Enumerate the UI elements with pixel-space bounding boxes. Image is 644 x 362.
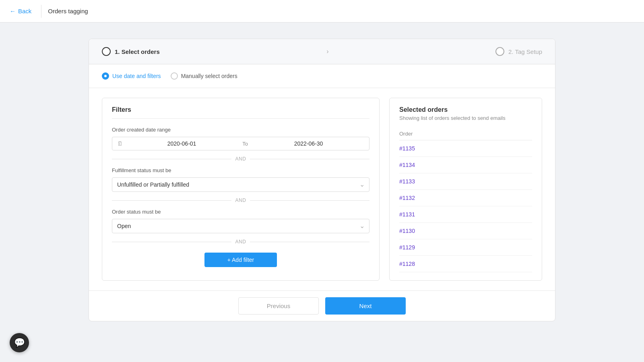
date-from-value: 2020-06-01 <box>126 140 237 147</box>
table-row: #1135 <box>399 140 532 157</box>
fulfillment-label: Fulfillment status must be <box>112 167 369 173</box>
step-header: 1. Select orders › 2. Tag Setup <box>89 39 555 64</box>
order-link[interactable]: #1128 <box>399 261 415 267</box>
step2-container: 2. Tag Setup <box>495 47 542 56</box>
order-link[interactable]: #1134 <box>399 162 415 168</box>
table-row: #1128 <box>399 256 532 272</box>
order-link[interactable]: #1133 <box>399 178 415 185</box>
and-line-2-left <box>112 200 231 201</box>
order-link[interactable]: #1130 <box>399 228 415 234</box>
date-to-value: 2022-06-30 <box>253 140 364 147</box>
chat-icon: 💬 <box>14 337 25 348</box>
next-button[interactable]: Next <box>325 297 406 315</box>
and-line-left <box>112 159 231 159</box>
page-title: Orders tagging <box>48 8 88 14</box>
orders-panel-title: Selected orders <box>399 106 532 113</box>
and-divider-3: AND <box>112 239 369 245</box>
and-line-3-right <box>250 242 369 242</box>
table-row: #1130 <box>399 223 532 239</box>
radio-date-filters-circle <box>102 72 109 80</box>
filters-panel: Filters Order created date range 🗓 2020-… <box>102 98 380 281</box>
order-link[interactable]: #1135 <box>399 145 415 152</box>
fulfillment-select[interactable]: Unfulfilled or Partially fulfilled Fulfi… <box>112 177 369 192</box>
order-status-group: Order status must be Open Closed Any <box>112 209 369 233</box>
calendar-icon: 🗓 <box>117 140 123 147</box>
main-content: 1. Select orders › 2. Tag Setup Use date… <box>0 23 644 362</box>
previous-button[interactable]: Previous <box>238 297 319 315</box>
table-row: #1131 <box>399 206 532 223</box>
fulfillment-group: Fulfillment status must be Unfulfilled o… <box>112 167 369 192</box>
radio-manual-select[interactable]: Manually select orders <box>171 72 237 80</box>
date-range-input[interactable]: 🗓 2020-06-01 To 2022-06-30 <box>112 137 369 150</box>
divider <box>41 5 41 18</box>
and-divider-1: AND <box>112 156 369 162</box>
step-arrow-icon: › <box>326 48 328 55</box>
table-row: #1133 <box>399 173 532 190</box>
and-line-2-right <box>250 200 369 201</box>
and-text-2: AND <box>235 197 246 203</box>
filters-title: Filters <box>112 106 369 119</box>
step2-circle <box>495 47 504 56</box>
radio-manual-label: Manually select orders <box>181 73 237 79</box>
back-label: Back <box>18 8 31 14</box>
step1-circle <box>102 47 111 56</box>
and-text-1: AND <box>235 156 246 162</box>
table-row: #1134 <box>399 157 532 173</box>
back-arrow-icon: ← <box>10 8 16 14</box>
fulfillment-select-wrapper: Unfulfilled or Partially fulfilled Fulfi… <box>112 177 369 192</box>
radio-manual-circle <box>171 72 178 80</box>
order-link[interactable]: #1129 <box>399 244 415 251</box>
bottom-nav: Previous Next <box>89 290 555 321</box>
orders-list: #1135#1134#1133#1132#1131#1130#1129#1128 <box>399 140 532 272</box>
date-range-label: Order created date range <box>112 127 369 133</box>
table-row: #1129 <box>399 239 532 256</box>
step1-label: 1. Select orders <box>115 48 160 55</box>
and-line-3-left <box>112 242 231 242</box>
wizard-card: 1. Select orders › 2. Tag Setup Use date… <box>89 39 555 321</box>
orders-table: Order #1135#1134#1133#1132#1131#1130#112… <box>399 128 532 272</box>
table-row: #1132 <box>399 190 532 206</box>
date-to-separator: To <box>242 141 248 147</box>
two-col-layout: Filters Order created date range 🗓 2020-… <box>89 88 555 290</box>
step1-container: 1. Select orders <box>102 47 160 56</box>
date-range-group: Order created date range 🗓 2020-06-01 To… <box>112 127 369 150</box>
order-status-label: Order status must be <box>112 209 369 215</box>
order-link[interactable]: #1132 <box>399 195 415 201</box>
selection-mode-row: Use date and filters Manually select ord… <box>89 64 555 88</box>
order-status-select-wrapper: Open Closed Any <box>112 219 369 233</box>
radio-date-filters-label: Use date and filters <box>112 73 161 79</box>
top-bar: ← Back Orders tagging <box>0 0 644 23</box>
chat-bubble[interactable]: 💬 <box>10 333 29 352</box>
back-button[interactable]: ← Back <box>6 6 35 16</box>
and-divider-2: AND <box>112 197 369 203</box>
step2-label: 2. Tag Setup <box>508 48 542 55</box>
and-line-right <box>250 159 369 159</box>
order-link[interactable]: #1131 <box>399 211 415 218</box>
add-filter-button[interactable]: + Add filter <box>204 253 277 267</box>
radio-date-filters[interactable]: Use date and filters <box>102 72 161 80</box>
and-text-3: AND <box>235 239 246 245</box>
order-status-select[interactable]: Open Closed Any <box>112 219 369 233</box>
orders-panel-subtitle: Showing list of orders selected to send … <box>399 115 532 121</box>
orders-panel: Selected orders Showing list of orders s… <box>389 98 542 281</box>
order-column-header: Order <box>399 128 532 140</box>
